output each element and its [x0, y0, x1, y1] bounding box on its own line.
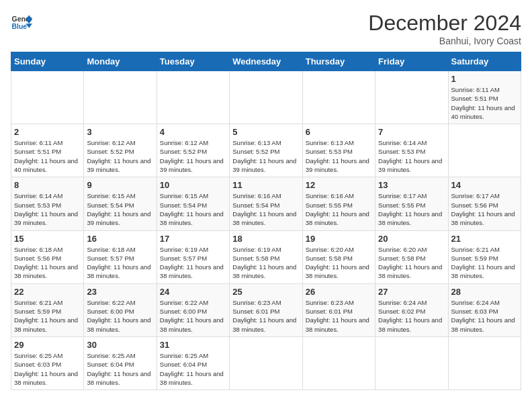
calendar-week-row: 15Sunrise: 6:18 AM Sunset: 5:56 PM Dayli… — [11, 230, 521, 283]
day-number: 27 — [378, 287, 445, 297]
calendar-cell — [302, 71, 375, 124]
calendar-table: SundayMondayTuesdayWednesdayThursdayFrid… — [11, 52, 521, 390]
day-number: 9 — [87, 180, 153, 190]
day-info: Sunrise: 6:15 AM Sunset: 5:54 PM Dayligh… — [87, 191, 153, 227]
day-number: 19 — [306, 234, 372, 244]
calendar-cell — [302, 336, 375, 390]
day-info: Sunrise: 6:17 AM Sunset: 5:55 PM Dayligh… — [378, 191, 445, 227]
calendar-cell: 21Sunrise: 6:21 AM Sunset: 5:59 PM Dayli… — [448, 230, 521, 283]
day-number: 30 — [87, 340, 153, 350]
calendar-week-row: 8Sunrise: 6:14 AM Sunset: 5:53 PM Daylig… — [11, 177, 521, 230]
day-info: Sunrise: 6:23 AM Sunset: 6:01 PM Dayligh… — [306, 298, 372, 334]
day-info: Sunrise: 6:14 AM Sunset: 5:53 PM Dayligh… — [14, 191, 81, 227]
day-info: Sunrise: 6:22 AM Sunset: 6:00 PM Dayligh… — [160, 298, 226, 334]
calendar-cell: 5Sunrise: 6:13 AM Sunset: 5:52 PM Daylig… — [230, 124, 302, 177]
day-info: Sunrise: 6:17 AM Sunset: 5:56 PM Dayligh… — [451, 191, 518, 227]
day-number: 24 — [160, 287, 226, 297]
calendar-cell: 25Sunrise: 6:23 AM Sunset: 6:01 PM Dayli… — [230, 283, 302, 336]
calendar-cell: 16Sunrise: 6:18 AM Sunset: 5:57 PM Dayli… — [84, 230, 157, 283]
page-header: General Blue December 2024 Banhui, Ivory… — [11, 11, 521, 46]
day-number: 1 — [451, 74, 518, 84]
logo: General Blue — [11, 11, 32, 32]
calendar-cell — [157, 71, 229, 124]
calendar-cell: 31Sunrise: 6:25 AM Sunset: 6:04 PM Dayli… — [157, 336, 229, 390]
calendar-cell: 12Sunrise: 6:16 AM Sunset: 5:55 PM Dayli… — [302, 177, 375, 230]
calendar-cell: 6Sunrise: 6:13 AM Sunset: 5:53 PM Daylig… — [302, 124, 375, 177]
day-number: 14 — [451, 180, 518, 190]
calendar-cell: 17Sunrise: 6:19 AM Sunset: 5:57 PM Dayli… — [157, 230, 229, 283]
calendar-week-row: 1Sunrise: 6:11 AM Sunset: 5:51 PM Daylig… — [11, 71, 521, 124]
calendar-cell: 22Sunrise: 6:21 AM Sunset: 5:59 PM Dayli… — [11, 283, 84, 336]
calendar-cell: 8Sunrise: 6:14 AM Sunset: 5:53 PM Daylig… — [11, 177, 84, 230]
day-info: Sunrise: 6:25 AM Sunset: 6:04 PM Dayligh… — [87, 351, 153, 387]
day-info: Sunrise: 6:24 AM Sunset: 6:02 PM Dayligh… — [378, 298, 445, 334]
day-info: Sunrise: 6:14 AM Sunset: 5:53 PM Dayligh… — [378, 138, 445, 174]
day-number: 17 — [160, 234, 226, 244]
calendar-cell: 30Sunrise: 6:25 AM Sunset: 6:04 PM Dayli… — [84, 336, 157, 390]
calendar-cell: 4Sunrise: 6:12 AM Sunset: 5:52 PM Daylig… — [157, 124, 229, 177]
main-title: December 2024 — [368, 11, 521, 36]
calendar-cell: 29Sunrise: 6:25 AM Sunset: 6:03 PM Dayli… — [11, 336, 84, 390]
day-info: Sunrise: 6:21 AM Sunset: 5:59 PM Dayligh… — [14, 298, 81, 334]
day-number: 7 — [378, 127, 445, 137]
calendar-cell — [84, 71, 157, 124]
day-info: Sunrise: 6:15 AM Sunset: 5:54 PM Dayligh… — [160, 191, 226, 227]
day-number: 12 — [306, 180, 372, 190]
day-info: Sunrise: 6:13 AM Sunset: 5:53 PM Dayligh… — [306, 138, 372, 174]
day-info: Sunrise: 6:19 AM Sunset: 5:58 PM Dayligh… — [232, 245, 299, 281]
day-number: 18 — [232, 234, 299, 244]
calendar-cell: 9Sunrise: 6:15 AM Sunset: 5:54 PM Daylig… — [84, 177, 157, 230]
day-number: 2 — [14, 127, 81, 137]
day-number: 31 — [160, 340, 226, 350]
day-info: Sunrise: 6:22 AM Sunset: 6:00 PM Dayligh… — [87, 298, 153, 334]
calendar-cell: 23Sunrise: 6:22 AM Sunset: 6:00 PM Dayli… — [84, 283, 157, 336]
day-info: Sunrise: 6:13 AM Sunset: 5:52 PM Dayligh… — [232, 138, 299, 174]
day-number: 5 — [232, 127, 299, 137]
calendar-cell: 10Sunrise: 6:15 AM Sunset: 5:54 PM Dayli… — [157, 177, 229, 230]
day-number: 26 — [306, 287, 372, 297]
calendar-cell — [448, 124, 521, 177]
day-number: 20 — [378, 234, 445, 244]
calendar-header-row: SundayMondayTuesdayWednesdayThursdayFrid… — [11, 52, 521, 71]
day-info: Sunrise: 6:20 AM Sunset: 5:58 PM Dayligh… — [306, 245, 372, 281]
subtitle: Banhui, Ivory Coast — [368, 36, 521, 46]
day-info: Sunrise: 6:18 AM Sunset: 5:57 PM Dayligh… — [87, 245, 153, 281]
calendar-cell: 27Sunrise: 6:24 AM Sunset: 6:02 PM Dayli… — [375, 283, 448, 336]
day-number: 25 — [232, 287, 299, 297]
calendar-day-header: Thursday — [302, 52, 375, 71]
day-info: Sunrise: 6:11 AM Sunset: 5:51 PM Dayligh… — [14, 138, 81, 174]
calendar-cell: 26Sunrise: 6:23 AM Sunset: 6:01 PM Dayli… — [302, 283, 375, 336]
calendar-cell — [375, 336, 448, 390]
day-info: Sunrise: 6:19 AM Sunset: 5:57 PM Dayligh… — [160, 245, 226, 281]
calendar-cell: 19Sunrise: 6:20 AM Sunset: 5:58 PM Dayli… — [302, 230, 375, 283]
calendar-cell: 20Sunrise: 6:20 AM Sunset: 5:58 PM Dayli… — [375, 230, 448, 283]
day-info: Sunrise: 6:20 AM Sunset: 5:58 PM Dayligh… — [378, 245, 445, 281]
day-info: Sunrise: 6:12 AM Sunset: 5:52 PM Dayligh… — [160, 138, 226, 174]
calendar-day-header: Tuesday — [157, 52, 229, 71]
day-number: 10 — [160, 180, 226, 190]
calendar-cell — [11, 71, 84, 124]
calendar-cell — [230, 336, 302, 390]
calendar-day-header: Sunday — [11, 52, 84, 71]
day-info: Sunrise: 6:11 AM Sunset: 5:51 PM Dayligh… — [451, 85, 518, 121]
day-number: 8 — [14, 180, 81, 190]
calendar-cell: 18Sunrise: 6:19 AM Sunset: 5:58 PM Dayli… — [230, 230, 302, 283]
title-block: December 2024 Banhui, Ivory Coast — [368, 11, 521, 46]
day-info: Sunrise: 6:25 AM Sunset: 6:03 PM Dayligh… — [14, 351, 81, 387]
day-number: 11 — [232, 180, 299, 190]
day-number: 4 — [160, 127, 226, 137]
day-info: Sunrise: 6:24 AM Sunset: 6:03 PM Dayligh… — [451, 298, 518, 334]
calendar-cell — [375, 71, 448, 124]
calendar-day-header: Wednesday — [230, 52, 302, 71]
calendar-cell: 3Sunrise: 6:12 AM Sunset: 5:52 PM Daylig… — [84, 124, 157, 177]
calendar-day-header: Friday — [375, 52, 448, 71]
calendar-cell: 24Sunrise: 6:22 AM Sunset: 6:00 PM Dayli… — [157, 283, 229, 336]
calendar-cell — [230, 71, 302, 124]
day-info: Sunrise: 6:12 AM Sunset: 5:52 PM Dayligh… — [87, 138, 153, 174]
calendar-day-header: Saturday — [448, 52, 521, 71]
day-number: 6 — [306, 127, 372, 137]
calendar-cell: 7Sunrise: 6:14 AM Sunset: 5:53 PM Daylig… — [375, 124, 448, 177]
calendar-cell: 1Sunrise: 6:11 AM Sunset: 5:51 PM Daylig… — [448, 71, 521, 124]
calendar-week-row: 22Sunrise: 6:21 AM Sunset: 5:59 PM Dayli… — [11, 283, 521, 336]
svg-text:Blue: Blue — [12, 23, 28, 30]
